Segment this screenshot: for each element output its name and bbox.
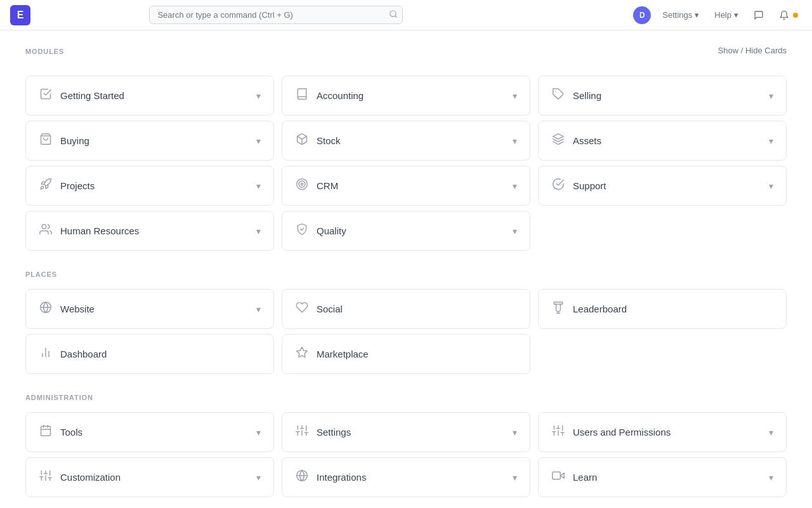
section-label-places: PLACES (25, 271, 57, 278)
card-buying[interactable]: Buying▾ (25, 121, 274, 161)
users-icon (39, 223, 53, 239)
chevron-down-icon: ▾ (513, 226, 517, 236)
svg-marker-17 (297, 347, 308, 358)
help-button[interactable]: Help ▾ (710, 8, 742, 22)
card-projects[interactable]: Projects▾ (25, 166, 274, 206)
sliders-icon (39, 469, 53, 485)
layers-icon (551, 133, 565, 149)
card-label-stock: Stock (317, 135, 341, 146)
card-social[interactable]: Social (282, 289, 530, 329)
chevron-down-icon: ▾ (256, 181, 261, 191)
card-label-crm: CRM (317, 180, 338, 191)
card-leaderboard[interactable]: Leaderboard (538, 289, 787, 329)
card-left: Getting Started (39, 88, 124, 104)
chat-button[interactable] (750, 8, 768, 23)
svg-point-7 (299, 181, 305, 187)
card-left: Projects (39, 178, 95, 194)
card-label-selling: Selling (573, 90, 601, 101)
card-customization[interactable]: Customization▾ (25, 457, 274, 497)
card-quality[interactable]: Quality▾ (282, 211, 530, 251)
card-label-users-permissions: Users and Permissions (573, 427, 671, 438)
card-label-accounting: Accounting (317, 90, 363, 101)
card-human-resources[interactable]: Human Resources▾ (25, 211, 274, 251)
section-header-modules: MODULESShow / Hide Cards (25, 46, 787, 65)
svg-marker-51 (560, 473, 564, 478)
card-label-tools: Tools (60, 427, 82, 438)
card-left: Quality (295, 223, 346, 239)
card-label-quality: Quality (317, 225, 346, 236)
card-stock[interactable]: Stock▾ (282, 121, 530, 161)
card-label-buying: Buying (60, 135, 89, 146)
chevron-down-icon: ▾ (695, 10, 699, 20)
card-assets[interactable]: Assets▾ (538, 121, 787, 161)
card-left: Learn (551, 469, 597, 485)
card-left: Users and Permissions (551, 424, 671, 440)
card-row: Getting Started▾Accounting▾Selling▾ (25, 76, 787, 116)
card-row: Buying▾Stock▾Assets▾ (25, 121, 787, 161)
card-row: Customization▾Integrations▾Learn▾ (25, 457, 787, 497)
card-website[interactable]: Website▾ (25, 289, 274, 329)
chevron-down-icon: ▾ (769, 427, 773, 438)
settings-button[interactable]: Settings ▾ (658, 8, 703, 22)
section-administration: ADMINISTRATIONTools▾Settings▾Users and P… (25, 392, 787, 497)
card-row: Website▾SocialLeaderboard (25, 289, 787, 329)
card-getting-started[interactable]: Getting Started▾ (25, 76, 274, 116)
card-learn[interactable]: Learn▾ (538, 457, 787, 497)
avatar: D (633, 6, 651, 24)
svg-marker-5 (553, 134, 564, 139)
card-left: Support (551, 178, 606, 194)
box-icon (295, 133, 309, 149)
section-modules: MODULESShow / Hide CardsGetting Started▾… (25, 46, 787, 251)
bar-chart-icon (39, 346, 53, 362)
card-left: Social (295, 301, 343, 317)
main-content: MODULESShow / Hide CardsGetting Started▾… (0, 30, 812, 508)
card-label-support: Support (573, 180, 606, 191)
sliders-icon (295, 424, 309, 440)
app-logo[interactable]: E (10, 5, 30, 25)
section-label-modules: MODULESShow / Hide Cards (25, 48, 64, 55)
card-tools[interactable]: Tools▾ (25, 412, 274, 452)
card-marketplace[interactable]: Marketplace (282, 334, 530, 374)
card-crm[interactable]: CRM▾ (282, 166, 530, 206)
card-dashboard[interactable]: Dashboard (25, 334, 274, 374)
card-left: Marketplace (295, 346, 369, 362)
card-integrations[interactable]: Integrations▾ (282, 457, 530, 497)
card-accounting[interactable]: Accounting▾ (282, 76, 530, 116)
card-left: Settings (295, 424, 351, 440)
card-row: DashboardMarketplace (25, 334, 787, 374)
notification-button[interactable] (775, 8, 802, 23)
card-label-website: Website (60, 304, 95, 314)
search-input[interactable] (149, 6, 403, 24)
card-left: Customization (39, 469, 121, 485)
shopping-bag-icon (39, 133, 53, 149)
sliders-icon (551, 424, 565, 440)
card-support[interactable]: Support▾ (538, 166, 787, 206)
star-icon (295, 346, 309, 362)
card-left: CRM (295, 178, 338, 194)
search-bar[interactable] (149, 6, 403, 24)
card-label-assets: Assets (573, 135, 601, 146)
svg-point-8 (301, 183, 303, 185)
card-label-social: Social (317, 304, 343, 314)
card-left: Assets (551, 133, 601, 149)
check-square-icon (39, 88, 53, 104)
card-settings[interactable]: Settings▾ (282, 412, 530, 452)
card-users-permissions[interactable]: Users and Permissions▾ (538, 412, 787, 452)
svg-point-6 (297, 179, 308, 190)
chevron-down-icon: ▾ (513, 472, 517, 483)
chevron-down-icon: ▾ (769, 181, 773, 191)
svg-point-9 (42, 225, 46, 229)
card-label-projects: Projects (60, 180, 95, 191)
chevron-down-icon: ▾ (769, 91, 773, 101)
card-label-human-resources: Human Resources (60, 225, 139, 236)
card-label-dashboard: Dashboard (60, 349, 107, 359)
empty-cell (538, 334, 787, 374)
card-left: Dashboard (39, 346, 107, 362)
header-right: D Settings ▾ Help ▾ (633, 6, 802, 24)
header: E D Settings ▾ Help ▾ (0, 0, 812, 30)
card-selling[interactable]: Selling▾ (538, 76, 787, 116)
chevron-down-icon: ▾ (256, 136, 261, 146)
svg-rect-52 (553, 472, 561, 479)
card-left: Accounting (295, 88, 363, 104)
show-hide-cards[interactable]: Show / Hide Cards (718, 46, 787, 55)
